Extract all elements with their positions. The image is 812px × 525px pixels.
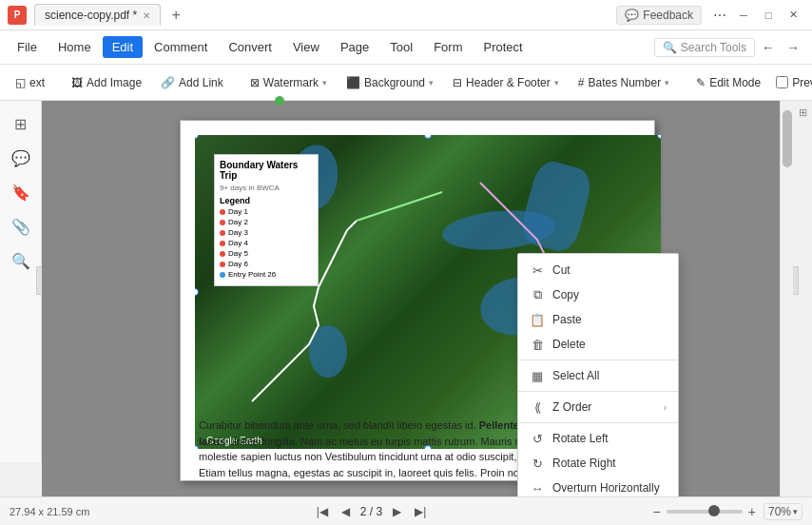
maximize-btn[interactable]: □: [757, 6, 780, 25]
menu-edit[interactable]: Edit: [103, 36, 143, 58]
cm-delete[interactable]: 🗑 Delete: [518, 332, 678, 357]
legend-item-5: Day 5: [220, 249, 313, 258]
scrollbar-thumb[interactable]: [783, 110, 792, 167]
menu-form[interactable]: Form: [424, 36, 472, 58]
page-current: 2: [360, 505, 367, 518]
menu-view[interactable]: View: [283, 36, 329, 58]
header-footer-arrow: ▾: [554, 78, 559, 88]
next-page-btn[interactable]: ▶: [390, 505, 404, 518]
context-menu: ✂ Cut ⧉ Copy 📋 Paste 🗑 Delete ▦ Sel: [517, 253, 679, 496]
minimize-btn[interactable]: ─: [732, 6, 755, 25]
cm-rotate-right[interactable]: ↻ Rotate Right: [518, 451, 678, 476]
legend-item-3: Day 3: [220, 228, 313, 237]
rotation-handle[interactable]: [275, 96, 284, 106]
rotate-left-icon: ↺: [530, 431, 545, 446]
prev-page-btn[interactable]: ◀: [338, 505, 353, 518]
paste-icon: 📋: [530, 312, 545, 327]
menu-protect[interactable]: Protect: [474, 36, 532, 58]
cm-sep-1: [518, 360, 678, 360]
close-btn[interactable]: ✕: [782, 6, 804, 25]
z-order-icon: ⟪: [530, 399, 545, 415]
new-tab-btn[interactable]: +: [164, 4, 187, 27]
search-icon: 🔍: [663, 41, 677, 54]
watermark-icon: ⊠: [250, 76, 260, 89]
sidebar-icon-attach[interactable]: 📎: [6, 211, 36, 242]
legend-section: Legend: [220, 196, 313, 205]
zoom-arrow: ▾: [793, 507, 798, 516]
first-page-btn[interactable]: |◀: [314, 505, 331, 518]
menu-file[interactable]: File: [8, 36, 47, 58]
watermark-btn[interactable]: ⊠ Watermark ▾: [242, 72, 335, 93]
legend-item-7: Entry Point 26: [220, 270, 313, 279]
sidebar-icon-search[interactable]: 🔍: [6, 245, 36, 276]
zoom-out-btn[interactable]: −: [653, 504, 661, 519]
status-bar: 27.94 x 21.59 cm |◀ ◀ 2 / 3 ▶ ▶| − + 70%…: [0, 496, 812, 525]
zoom-in-btn[interactable]: +: [748, 504, 756, 519]
legend-item-6: Day 6: [220, 260, 313, 268]
close-tab-btn[interactable]: ✕: [143, 10, 150, 21]
add-link-icon: 🔗: [161, 76, 175, 89]
ext-btn[interactable]: ◱ ext: [8, 72, 52, 93]
cm-overturn-h[interactable]: ↔ Overturn Horizontally: [518, 476, 678, 496]
legend-box: Boundary Waters Trip 9+ days in BWCA Leg…: [214, 154, 319, 286]
add-image-icon: 🖼: [71, 76, 83, 89]
cm-z-order[interactable]: ⟪ Z Order ›: [518, 395, 678, 419]
cm-rotate-left-label: Rotate Left: [552, 432, 609, 445]
menu-tool[interactable]: Tool: [380, 36, 422, 58]
cm-copy-label: Copy: [552, 288, 579, 301]
scrollbar[interactable]: [780, 101, 793, 496]
cm-cut[interactable]: ✂ Cut: [518, 258, 678, 282]
header-footer-icon: ⊟: [453, 76, 462, 89]
preview-checkbox[interactable]: [776, 76, 788, 88]
cm-overturn-h-label: Overturn Horizontally: [552, 481, 660, 495]
last-page-btn[interactable]: ▶|: [412, 505, 429, 518]
cm-cut-label: Cut: [552, 263, 570, 277]
document-tab[interactable]: science-copy.pdf * ✕: [34, 4, 161, 26]
zoom-track[interactable]: [667, 510, 743, 514]
edit-mode-btn[interactable]: ✎ Edit Mode: [688, 72, 768, 93]
cm-select-all[interactable]: ▦ Select All: [518, 363, 678, 388]
page-container: Google Earth 5 mi N Boundary Waters Trip…: [180, 120, 655, 481]
page-total: 3: [377, 505, 383, 518]
sidebar-icon-grid[interactable]: ⊞: [6, 108, 36, 139]
watermark-arrow: ▾: [322, 78, 327, 88]
ext-icon: ◱: [15, 76, 26, 89]
cm-rotate-right-label: Rotate Right: [552, 457, 616, 470]
nav-forward-btn[interactable]: →: [782, 36, 804, 59]
menu-home[interactable]: Home: [48, 36, 101, 58]
zoom-dropdown[interactable]: 70% ▾: [764, 503, 802, 520]
add-link-btn[interactable]: 🔗 Add Link: [153, 72, 231, 93]
bates-number-btn[interactable]: # Bates Number ▾: [570, 72, 677, 93]
menu-page[interactable]: Page: [331, 36, 378, 58]
menu-convert[interactable]: Convert: [219, 36, 281, 58]
dimensions-label: 27.94 x 21.59 cm: [10, 506, 89, 517]
add-image-btn[interactable]: 🖼 Add Image: [64, 72, 149, 93]
header-footer-btn[interactable]: ⊟ Header & Footer ▾: [445, 72, 567, 93]
sidebar-icon-comment[interactable]: 💬: [6, 143, 36, 173]
right-sidebar-icon: ⊞: [795, 105, 810, 120]
copy-icon: ⧉: [530, 287, 545, 302]
cm-rotate-left[interactable]: ↺ Rotate Left: [518, 426, 678, 451]
cm-copy[interactable]: ⧉ Copy: [518, 282, 678, 307]
background-icon: ⬛: [346, 76, 360, 89]
select-all-icon: ▦: [530, 368, 545, 383]
legend-title: Boundary Waters Trip: [220, 160, 313, 181]
zoom-thumb[interactable]: [708, 505, 720, 516]
legend-subtitle: 9+ days in BWCA: [220, 184, 313, 192]
feedback-icon: 💬: [625, 9, 639, 22]
search-tools-box[interactable]: 🔍 Search Tools: [654, 38, 755, 57]
cm-sep-2: [518, 391, 678, 392]
bates-icon: #: [578, 76, 585, 89]
sidebar-icon-bookmark[interactable]: 🔖: [6, 177, 36, 207]
background-btn[interactable]: ⬛ Background ▾: [338, 72, 441, 93]
menu-comment[interactable]: Comment: [145, 36, 217, 58]
preview-toggle[interactable]: Preview: [776, 76, 812, 89]
nav-back-btn[interactable]: ←: [757, 36, 780, 59]
more-options-btn[interactable]: ⋯: [707, 8, 732, 23]
legend-item-1: Day 1: [220, 207, 313, 216]
feedback-btn[interactable]: 💬 Feedback: [616, 6, 702, 25]
edit-mode-icon: ✎: [696, 76, 706, 89]
cm-paste[interactable]: 📋 Paste: [518, 307, 678, 332]
legend-item-2: Day 2: [220, 218, 313, 226]
bates-arrow: ▾: [665, 78, 669, 88]
